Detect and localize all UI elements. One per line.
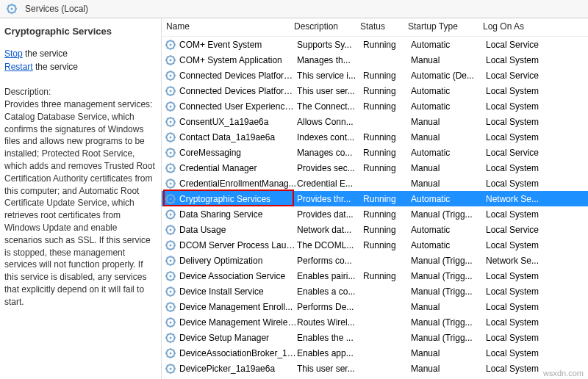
service-gear-icon <box>165 70 176 82</box>
table-row[interactable]: DCOM Server Process Launc...The DCOML...… <box>162 237 588 253</box>
cell-description: Performs co... <box>297 256 363 266</box>
cell-name: Connected User Experiences ... <box>179 101 297 112</box>
cell-description: Enables app... <box>297 348 363 358</box>
cell-startup: Manual (Trigg... <box>411 271 486 281</box>
cell-description: Credential E... <box>297 178 363 189</box>
service-gear-icon <box>165 317 176 328</box>
svg-point-25 <box>170 213 172 215</box>
service-gear-icon <box>165 209 176 220</box>
col-description[interactable]: Description <box>294 21 360 32</box>
cell-description: Enables a co... <box>297 286 363 297</box>
cell-logon: Local System <box>486 101 588 112</box>
table-row[interactable]: Data UsageNetwork dat...RunningAutomatic… <box>162 222 588 237</box>
services-list: Name Description Status Startup Type Log… <box>162 18 588 379</box>
rows-container: COM+ Event SystemSupports Sy...RunningAu… <box>162 37 588 379</box>
cell-status: Running <box>363 209 411 220</box>
cell-name: ConsentUX_1a19ae6a <box>179 117 297 127</box>
cell-status: Running <box>363 194 411 204</box>
table-row[interactable]: Credential ManagerProvides sec...Running… <box>162 160 588 176</box>
table-row[interactable]: Connected User Experiences ...The Connec… <box>162 98 588 114</box>
table-row[interactable]: Connected Devices Platform ...This user … <box>162 83 588 98</box>
cell-description: Manages th... <box>297 55 363 65</box>
table-row[interactable]: DevicesFlow_1a19ae6aAllows Conn...Manual… <box>162 376 588 379</box>
table-row[interactable]: Connected Devices Platform ...This servi… <box>162 68 588 83</box>
table-row[interactable]: DevicePicker_1a19ae6aThis user ser...Man… <box>162 361 588 376</box>
service-gear-icon <box>165 224 176 236</box>
service-gear-icon <box>165 147 176 159</box>
cell-startup: Manual <box>411 348 486 358</box>
service-gear-icon <box>165 178 176 190</box>
details-pane: Cryptographic Services Stop the service … <box>0 18 162 379</box>
cell-name: DCOM Server Process Launc... <box>179 240 297 250</box>
table-row[interactable]: CredentialEnrollmentManag...Credential E… <box>162 176 588 191</box>
cell-startup: Manual (Trigg... <box>411 317 486 328</box>
cell-startup: Manual <box>411 117 486 127</box>
service-gear-icon <box>165 54 176 66</box>
cell-description: The Connect... <box>297 101 363 112</box>
cell-name: Credential Manager <box>179 163 297 173</box>
table-row[interactable]: Device Setup ManagerEnables the ...Manua… <box>162 330 588 345</box>
col-name[interactable]: Name <box>162 21 294 32</box>
cell-description: The DCOML... <box>297 240 363 250</box>
service-actions: Stop the service Restart the service <box>4 47 155 73</box>
cell-status: Running <box>363 71 411 81</box>
cell-logon: Local System <box>486 302 588 312</box>
table-row[interactable]: COM+ Event SystemSupports Sy...RunningAu… <box>162 37 588 52</box>
cell-startup: Automatic (De... <box>411 71 486 81</box>
cell-status: Running <box>363 148 411 158</box>
cell-startup: Manual (Trigg... <box>411 209 486 220</box>
table-row[interactable]: Contact Data_1a19ae6aIndexes cont...Runn… <box>162 129 588 145</box>
cell-logon: Local System <box>486 348 588 358</box>
cell-name: Connected Devices Platform ... <box>179 71 297 81</box>
restart-suffix: the service <box>33 62 78 72</box>
cell-description: Indexes cont... <box>297 132 363 142</box>
svg-point-19 <box>170 167 172 169</box>
selected-service-title: Cryptographic Services <box>4 26 155 37</box>
service-gear-icon <box>165 332 176 344</box>
cell-name: CredentialEnrollmentManag... <box>179 178 297 189</box>
service-gear-icon <box>165 39 176 51</box>
cell-logon: Local System <box>486 286 588 297</box>
table-row[interactable]: Delivery OptimizationPerforms co...Manua… <box>162 253 588 268</box>
cell-name: Data Usage <box>179 225 297 235</box>
cell-startup: Automatic <box>411 148 486 158</box>
table-row[interactable]: CoreMessagingManages co...RunningAutomat… <box>162 145 588 160</box>
cell-status: Running <box>363 86 411 96</box>
table-row[interactable]: Device Install ServiceEnables a co...Man… <box>162 284 588 299</box>
cell-name: Device Setup Manager <box>179 333 297 343</box>
col-logon[interactable]: Log On As <box>483 21 588 32</box>
cell-name: Connected Devices Platform ... <box>179 86 297 96</box>
stop-link[interactable]: Stop <box>4 48 23 59</box>
cell-name: Device Install Service <box>179 286 297 297</box>
table-row[interactable]: Device Management Enroll...Performs De..… <box>162 299 588 314</box>
cell-status: Running <box>363 132 411 142</box>
svg-point-39 <box>170 321 172 323</box>
table-row[interactable]: Data Sharing ServiceProvides dat...Runni… <box>162 206 588 222</box>
cell-startup: Manual <box>411 178 486 189</box>
cell-logon: Network Se... <box>486 194 588 204</box>
table-row[interactable]: Device Management Wireles...Routes Wirel… <box>162 314 588 330</box>
cell-startup: Automatic <box>411 40 486 50</box>
cell-logon: Local Service <box>486 148 588 158</box>
cell-name: Data Sharing Service <box>179 209 297 220</box>
table-row[interactable]: ConsentUX_1a19ae6aAllows Conn...ManualLo… <box>162 114 588 129</box>
table-row[interactable]: Device Association ServiceEnables pairi.… <box>162 268 588 284</box>
cell-logon: Local System <box>486 132 588 142</box>
cell-startup: Manual <box>411 302 486 312</box>
cell-logon: Local System <box>486 55 588 65</box>
table-row[interactable]: Cryptographic ServicesProvides thr...Run… <box>162 191 588 206</box>
col-startup[interactable]: Startup Type <box>408 21 483 32</box>
svg-point-29 <box>170 244 172 246</box>
cell-startup: Manual (Trigg... <box>411 256 486 266</box>
table-row[interactable]: DeviceAssociationBroker_1a...Enables app… <box>162 345 588 361</box>
table-row[interactable]: COM+ System ApplicationManages th...Manu… <box>162 52 588 68</box>
restart-link[interactable]: Restart <box>4 62 33 72</box>
col-status[interactable]: Status <box>360 21 408 32</box>
cell-startup: Manual <box>411 364 486 374</box>
cell-description: Enables the ... <box>297 333 363 343</box>
service-gear-icon <box>165 363 176 375</box>
cell-logon: Local System <box>486 317 588 328</box>
cell-description: Manages co... <box>297 148 363 158</box>
cell-name: Device Association Service <box>179 271 297 281</box>
service-gear-icon <box>165 116 176 128</box>
